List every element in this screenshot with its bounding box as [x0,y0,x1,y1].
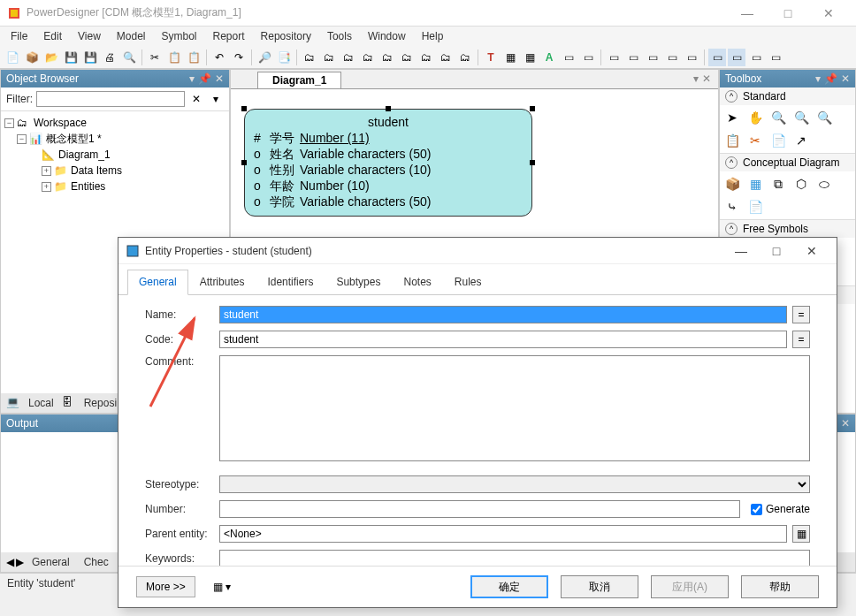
keywords-input[interactable] [219,550,810,566]
tab-attributes[interactable]: Attributes [188,270,256,294]
resize-handle[interactable] [530,106,535,111]
tab-general[interactable]: General [127,270,188,295]
note-icon[interactable]: 📄 [769,132,787,149]
tool-d-icon[interactable]: 🗂 [359,49,377,66]
win5-icon[interactable]: ▭ [683,49,700,66]
tree-toggle-icon[interactable]: − [17,134,27,144]
apply-button[interactable]: 应用(A) [651,575,729,598]
package-icon[interactable]: 📦 [723,175,741,193]
toolbox-group-free[interactable]: ^Free Symbols [720,220,855,238]
filter-options-icon[interactable]: ▾ [208,91,224,107]
code-equals-button[interactable]: = [792,331,810,348]
cancel-button[interactable]: 取消 [561,575,638,598]
menu-repository[interactable]: Repository [254,28,318,44]
number-input[interactable] [219,500,740,518]
tool-f-icon[interactable]: 🗂 [398,49,416,66]
name-equals-button[interactable]: = [792,306,810,323]
layer2-icon[interactable]: ▭ [579,49,597,66]
cut-icon[interactable]: ✂ [146,49,164,66]
tree-dataitems[interactable]: Data Items [71,164,122,177]
tree-toggle-icon[interactable]: + [42,166,51,176]
ok-button[interactable]: 确定 [470,575,548,598]
resize-handle[interactable] [241,160,247,165]
dialog-close-button[interactable]: ✕ [794,244,829,258]
menu-window[interactable]: Window [361,28,413,44]
relation-icon[interactable]: ⧉ [769,175,787,193]
tree-toggle-icon[interactable]: + [42,182,51,192]
dialog-maximize-button[interactable]: □ [759,244,794,258]
menu-view[interactable]: View [71,28,108,44]
parent-input[interactable] [219,525,787,543]
filter-input[interactable] [36,91,185,107]
props-icon[interactable]: 📋 [723,132,741,149]
zoomin-icon[interactable]: 🔍 [769,109,787,126]
layer-icon[interactable]: ▭ [560,49,577,66]
tab-rules[interactable]: Rules [443,270,493,294]
tree-entities[interactable]: Entities [71,180,105,193]
file-icon[interactable]: 📄 [746,198,764,216]
props-icon[interactable]: 📑 [275,49,293,66]
tab-general[interactable]: General [26,553,76,571]
tree-workspace[interactable]: Workspace [34,117,87,129]
save-icon[interactable]: 💾 [62,49,80,66]
tool-i-icon[interactable]: 🗂 [456,49,474,66]
nav-prev-icon[interactable]: ◀ [6,556,14,568]
save-all-icon[interactable]: 💾 [81,49,99,66]
new-icon[interactable]: 📄 [4,49,21,66]
link2-icon[interactable]: ⤷ [723,198,741,216]
dialog-minimize-button[interactable]: — [723,244,759,258]
grab-icon[interactable]: ✋ [746,109,764,126]
inherit-icon[interactable]: ⬡ [792,175,810,193]
generate-checkbox[interactable] [751,504,762,515]
menu-edit[interactable]: Edit [36,28,69,44]
tab-local[interactable]: Local [22,394,60,412]
cut2-icon[interactable]: ✂ [746,132,764,149]
stereotype-select[interactable] [219,475,810,493]
layout-icon[interactable]: ▦ [501,49,519,66]
window-close-button[interactable]: ✕ [808,0,849,27]
zoomfit-icon[interactable]: 🔍 [815,109,833,126]
tool-g-icon[interactable]: 🗂 [417,49,435,66]
tree-toggle-icon[interactable]: − [4,118,14,128]
entity-icon[interactable]: ▦ [746,175,764,193]
paste-icon[interactable]: 📋 [185,49,203,66]
tree-diagram[interactable]: Diagram_1 [58,148,111,161]
tab-notes[interactable]: Notes [392,270,442,294]
copy-icon[interactable]: 📋 [165,49,183,66]
view1-icon[interactable]: ▭ [708,49,726,66]
grid-icon[interactable]: ▦ [521,49,539,66]
entity-symbol-student[interactable]: student #学号 Number (11) o姓名 Variable cha… [244,109,532,217]
link-icon[interactable]: ↗ [792,132,810,149]
more-button[interactable]: More >> [136,576,195,597]
tab-subtypes[interactable]: Subtypes [325,270,392,294]
tool-a-icon[interactable]: 🗂 [301,49,318,66]
menu-symbol[interactable]: Symbol [155,28,204,44]
tree-model[interactable]: 概念模型1 * [46,132,102,147]
tab-repository[interactable]: Reposi [78,394,123,412]
win4-icon[interactable]: ▭ [663,49,681,66]
undo-icon[interactable]: ↶ [210,49,228,66]
tool-h-icon[interactable]: 🗂 [437,49,455,66]
code-input[interactable] [219,331,787,348]
win3-icon[interactable]: ▭ [644,49,661,66]
menu-model[interactable]: Model [110,28,153,44]
open-icon[interactable]: 📂 [42,49,60,66]
win1-icon[interactable]: ▭ [605,49,623,66]
pointer-icon[interactable]: ➤ [723,109,741,126]
canvas-close-icon[interactable]: ✕ [702,72,711,85]
canvas-tab-diagram[interactable]: Diagram_1 [257,72,341,88]
toolbox-group-standard[interactable]: ^Standard [720,87,855,105]
panel-pin-icon[interactable]: ▾ [815,72,821,85]
name-input[interactable] [219,306,787,323]
resize-handle[interactable] [530,160,535,165]
menu-report[interactable]: Report [206,28,252,44]
help-button[interactable]: 帮助 [741,575,819,598]
filter-clear-icon[interactable]: ✕ [188,91,204,107]
window-maximize-button[interactable]: □ [768,0,808,27]
parent-browse-button[interactable]: ▦ [792,525,810,543]
redo-icon[interactable]: ↷ [230,49,248,66]
menu-tools[interactable]: Tools [320,28,359,44]
menu-file[interactable]: File [4,28,34,44]
panel-close-icon[interactable]: ✕ [841,72,850,85]
menu-help[interactable]: Help [415,28,451,44]
